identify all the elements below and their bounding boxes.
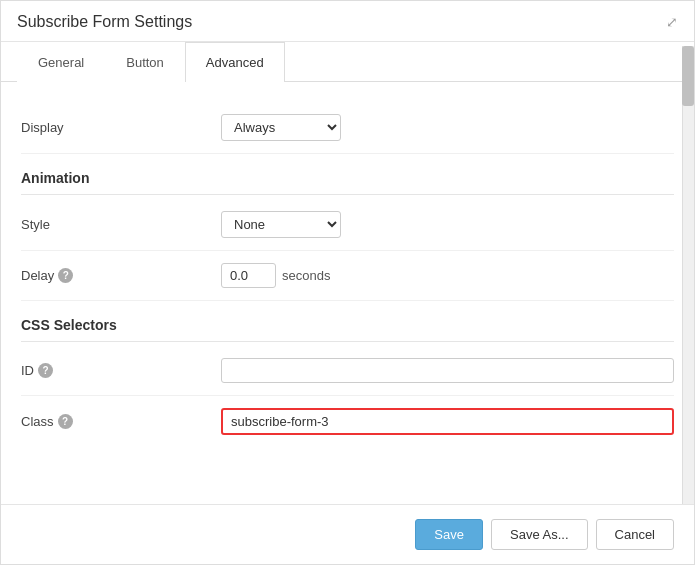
window-title: Subscribe Form Settings: [17, 13, 192, 31]
class-input[interactable]: [221, 408, 674, 435]
tab-advanced[interactable]: Advanced: [185, 42, 285, 82]
tab-button[interactable]: Button: [105, 42, 185, 82]
display-label: Display: [21, 120, 221, 135]
animation-heading: Animation: [21, 154, 674, 195]
tabs-container: General Button Advanced: [1, 42, 694, 82]
save-as-button[interactable]: Save As...: [491, 519, 588, 550]
id-field: [221, 358, 674, 383]
class-help-icon[interactable]: ?: [58, 414, 73, 429]
style-label: Style: [21, 217, 221, 232]
footer: Save Save As... Cancel: [1, 504, 694, 564]
class-label: Class ?: [21, 414, 221, 429]
scrollbar-thumb[interactable]: [682, 46, 694, 106]
content-area: Display Always Once Session Animation St…: [1, 82, 694, 447]
class-field: [221, 408, 674, 435]
delay-input[interactable]: [221, 263, 276, 288]
style-select[interactable]: None Fade Slide: [221, 211, 341, 238]
class-row: Class ?: [21, 396, 674, 447]
delay-field: seconds: [221, 263, 674, 288]
id-input[interactable]: [221, 358, 674, 383]
id-row: ID ?: [21, 346, 674, 396]
delay-row: Delay ? seconds: [21, 251, 674, 301]
scrollbar-track: [682, 46, 694, 504]
delay-unit: seconds: [282, 268, 330, 283]
display-row: Display Always Once Session: [21, 102, 674, 154]
titlebar: Subscribe Form Settings ⤢: [1, 1, 694, 42]
display-select[interactable]: Always Once Session: [221, 114, 341, 141]
delay-label: Delay ?: [21, 268, 221, 283]
id-label: ID ?: [21, 363, 221, 378]
display-field: Always Once Session: [221, 114, 674, 141]
id-help-icon[interactable]: ?: [38, 363, 53, 378]
style-field: None Fade Slide: [221, 211, 674, 238]
save-button[interactable]: Save: [415, 519, 483, 550]
delay-help-icon[interactable]: ?: [58, 268, 73, 283]
main-window: Subscribe Form Settings ⤢ General Button…: [0, 0, 695, 565]
expand-icon[interactable]: ⤢: [666, 14, 678, 30]
tab-general[interactable]: General: [17, 42, 105, 82]
cancel-button[interactable]: Cancel: [596, 519, 674, 550]
css-selectors-heading: CSS Selectors: [21, 301, 674, 342]
style-row: Style None Fade Slide: [21, 199, 674, 251]
